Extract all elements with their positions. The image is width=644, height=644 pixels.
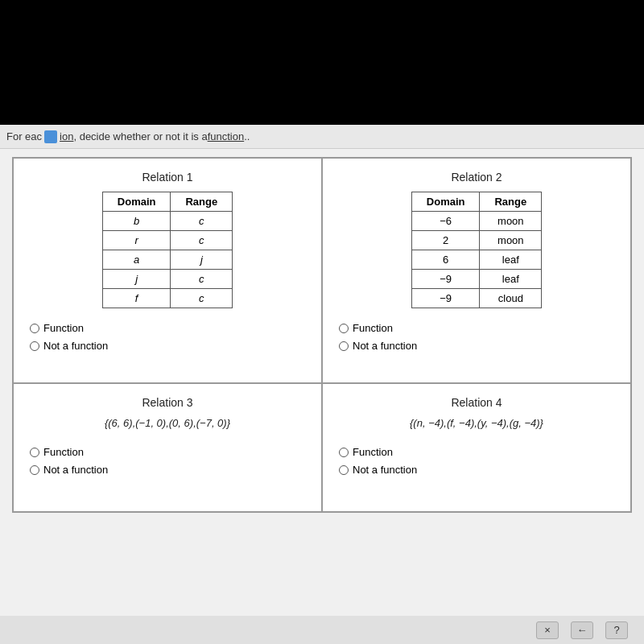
relation2-notfunction-label: Not a function bbox=[353, 337, 417, 355]
relation3-notfunction-radio[interactable] bbox=[30, 465, 39, 475]
table-row: jc bbox=[102, 270, 232, 289]
relation-2-cell: Relation 2 Domain Range −6moon2moon6leaf… bbox=[322, 158, 631, 383]
relation2-col2-header: Range bbox=[480, 192, 542, 212]
domain-cell: f bbox=[102, 289, 171, 308]
table-row: −9cloud bbox=[411, 289, 541, 308]
relation4-notfunction-option[interactable]: Not a function bbox=[339, 461, 614, 479]
relation4-function-option[interactable]: Function bbox=[339, 444, 614, 461]
relation3-function-radio[interactable] bbox=[30, 448, 39, 457]
relations-grid: Relation 1 Domain Range bcrcajjcfc Funct… bbox=[12, 157, 632, 513]
browser-bar: For eac ion , decide whether or not it i… bbox=[0, 125, 644, 149]
table-row: 6leaf bbox=[411, 250, 541, 270]
relation-2-radio-group: Function Not a function bbox=[339, 320, 614, 355]
relation4-notfunction-radio[interactable] bbox=[339, 465, 349, 475]
relation-3-title: Relation 3 bbox=[30, 396, 305, 409]
relation2-function-label: Function bbox=[353, 320, 393, 337]
relation2-notfunction-option[interactable]: Not a function bbox=[339, 337, 614, 355]
relation1-notfunction-label: Not a function bbox=[43, 337, 108, 355]
relation1-col1-header: Domain bbox=[102, 192, 171, 212]
range-cell: c bbox=[171, 270, 233, 289]
range-cell: c bbox=[171, 231, 233, 250]
relation1-col2-header: Range bbox=[171, 192, 233, 212]
table-row: bc bbox=[102, 212, 232, 231]
domain-cell: 6 bbox=[411, 250, 480, 270]
relation3-function-option[interactable]: Function bbox=[30, 444, 305, 461]
relation-1-table: Domain Range bcrcajjcfc bbox=[102, 192, 233, 308]
main-content: Relation 1 Domain Range bcrcajjcfc Funct… bbox=[0, 149, 644, 644]
relation-4-cell: Relation 4 {(n, −4),(f, −4),(y, −4),(g, … bbox=[322, 383, 631, 512]
range-cell: c bbox=[171, 212, 233, 231]
relation4-function-label: Function bbox=[353, 444, 393, 461]
relation3-notfunction-option[interactable]: Not a function bbox=[30, 461, 305, 479]
relation1-function-radio[interactable] bbox=[30, 324, 39, 333]
relation-1-radio-group: Function Not a function bbox=[30, 320, 305, 355]
range-cell: moon bbox=[480, 231, 542, 250]
relation-3-radio-group: Function Not a function bbox=[30, 444, 305, 479]
relation-4-set: {(n, −4),(f, −4),(y, −4),(g, −4)} bbox=[339, 417, 614, 429]
range-cell: moon bbox=[480, 212, 542, 231]
relation3-function-label: Function bbox=[43, 444, 84, 461]
dropdown-label: ion bbox=[60, 130, 73, 142]
relation-4-title: Relation 4 bbox=[339, 396, 614, 409]
table-row: −9leaf bbox=[411, 270, 541, 289]
relation2-notfunction-radio[interactable] bbox=[339, 341, 349, 351]
relation1-notfunction-option[interactable]: Not a function bbox=[30, 337, 305, 355]
dropdown-icon[interactable] bbox=[44, 130, 57, 143]
relation-3-set: {(6, 6),(−1, 0),(0, 6),(−7, 0)} bbox=[30, 417, 305, 429]
instruction-suffix: .. bbox=[244, 130, 250, 142]
domain-cell: r bbox=[102, 231, 171, 250]
relation2-function-radio[interactable] bbox=[339, 324, 349, 333]
function-link[interactable]: function bbox=[208, 130, 245, 142]
browser-prefix: For eac bbox=[6, 130, 42, 142]
range-cell: leaf bbox=[480, 270, 542, 289]
domain-cell: −9 bbox=[411, 270, 480, 289]
range-cell: j bbox=[171, 250, 233, 270]
relation-2-table: Domain Range −6moon2moon6leaf−9leaf−9clo… bbox=[411, 192, 542, 308]
domain-cell: −9 bbox=[411, 289, 480, 308]
instruction-text: , decide whether or not it is a bbox=[73, 130, 207, 142]
relation-3-cell: Relation 3 {(6, 6),(−1, 0),(0, 6),(−7, 0… bbox=[13, 383, 322, 512]
relation-2-title: Relation 2 bbox=[339, 171, 614, 184]
range-cell: cloud bbox=[480, 289, 542, 308]
relation-1-cell: Relation 1 Domain Range bcrcajjcfc Funct… bbox=[13, 158, 322, 383]
bottom-bar: × ← ? bbox=[0, 616, 644, 644]
relation3-notfunction-label: Not a function bbox=[43, 461, 108, 479]
table-row: fc bbox=[102, 289, 232, 308]
table-row: −6moon bbox=[411, 212, 541, 231]
domain-cell: a bbox=[102, 250, 171, 270]
range-cell: leaf bbox=[480, 250, 542, 270]
relation-4-radio-group: Function Not a function bbox=[339, 444, 614, 479]
relation4-notfunction-label: Not a function bbox=[353, 461, 417, 479]
domain-cell: 2 bbox=[411, 231, 480, 250]
table-row: 2moon bbox=[411, 231, 541, 250]
help-button[interactable]: ? bbox=[605, 621, 628, 639]
relation4-function-radio[interactable] bbox=[339, 448, 349, 457]
relation2-col1-header: Domain bbox=[411, 192, 480, 212]
table-row: rc bbox=[102, 231, 232, 250]
relation1-function-option[interactable]: Function bbox=[30, 320, 305, 337]
relation-1-title: Relation 1 bbox=[30, 171, 305, 184]
domain-cell: −6 bbox=[411, 212, 480, 231]
relation1-function-label: Function bbox=[43, 320, 84, 337]
close-button[interactable]: × bbox=[536, 621, 559, 639]
relation1-notfunction-radio[interactable] bbox=[30, 341, 39, 351]
range-cell: c bbox=[171, 289, 233, 308]
back-button[interactable]: ← bbox=[571, 621, 593, 639]
table-row: aj bbox=[102, 250, 232, 270]
domain-cell: b bbox=[102, 212, 171, 231]
domain-cell: j bbox=[102, 270, 171, 289]
relation2-function-option[interactable]: Function bbox=[339, 320, 614, 337]
